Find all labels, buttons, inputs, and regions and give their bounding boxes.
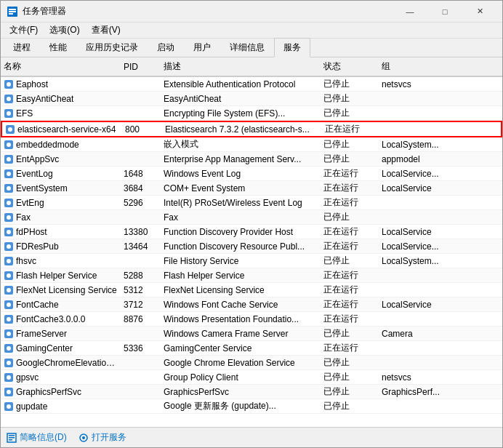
- table-row[interactable]: FontCache3.0.0.08876Windows Presentation…: [1, 312, 502, 327]
- row-desc: 嵌入模式: [161, 137, 321, 151]
- row-desc: Google Chrome Elevation Service: [161, 357, 321, 369]
- minimize-button[interactable]: —: [393, 1, 427, 23]
- row-desc: Function Discovery Resource Publ...: [161, 241, 321, 252]
- table-row[interactable]: EventLog1648Windows Event Log正在运行LocalSe…: [1, 167, 502, 181]
- col-header-status[interactable]: 状态: [321, 60, 379, 73]
- row-desc: EasyAntiCheat: [161, 93, 321, 105]
- row-group: GraphicsPerf...: [379, 386, 502, 398]
- table-row[interactable]: GraphicsPerfSvcGraphicsPerfSvc已停止Graphic…: [1, 385, 502, 399]
- col-header-desc[interactable]: 描述: [161, 60, 321, 73]
- close-button[interactable]: ✕: [463, 1, 496, 23]
- svg-point-37: [7, 317, 11, 321]
- svg-point-55: [82, 436, 85, 439]
- tab-processes[interactable]: 进程: [4, 38, 40, 57]
- summary-info-button[interactable]: 简略信息(D): [7, 431, 67, 444]
- row-desc: Windows Presentation Foundatio...: [161, 313, 321, 325]
- row-name-text: embeddedmode: [16, 140, 79, 150]
- row-name-text: GraphicsPerfSvc: [16, 387, 81, 397]
- row-status: 正在运行: [322, 122, 380, 136]
- row-name-cell: EventSystem: [1, 183, 121, 194]
- row-name-cell: EasyAntiCheat: [1, 93, 121, 105]
- service-row-icon: [4, 256, 14, 266]
- row-name-text: Flash Helper Service: [16, 271, 97, 281]
- app-icon: [7, 6, 18, 17]
- row-status: 正在运行: [321, 268, 379, 282]
- table-row[interactable]: gpsvcGroup Policy Client已停止netsvcs: [1, 370, 502, 385]
- row-status: 已停止: [321, 356, 379, 369]
- table-row[interactable]: FaxFax已停止: [1, 210, 502, 225]
- row-name-cell: FrameServer: [1, 328, 121, 340]
- table-row[interactable]: Flash Helper Service5288Flash Helper Ser…: [1, 268, 502, 283]
- row-status: 正在运行: [321, 181, 379, 195]
- row-status: 已停止: [321, 254, 379, 268]
- row-group: [379, 362, 502, 364]
- tab-performance[interactable]: 性能: [40, 38, 76, 57]
- row-group: appmodel: [379, 153, 502, 165]
- col-header-name[interactable]: 名称: [1, 60, 121, 73]
- row-name-text: Eaphost: [16, 79, 48, 89]
- tab-startup[interactable]: 启动: [148, 38, 184, 57]
- table-body[interactable]: EaphostExtensible Authentication Protoco…: [1, 77, 502, 427]
- maximize-button[interactable]: □: [428, 1, 462, 23]
- table-row[interactable]: EventSystem3684COM+ Event System正在运行Loca…: [1, 181, 502, 196]
- table-row[interactable]: EaphostExtensible Authentication Protoco…: [1, 77, 502, 92]
- table-row[interactable]: elasticsearch-service-x64800Elasticsearc…: [1, 121, 502, 137]
- svg-point-31: [7, 273, 11, 278]
- row-desc: File History Service: [161, 255, 321, 267]
- table-row[interactable]: GamingCenter5336GamingCenter Service正在运行: [1, 341, 502, 356]
- row-name-text: EventLog: [16, 169, 53, 179]
- row-name-cell: EventLog: [1, 168, 121, 180]
- row-name-cell: EvtEng: [1, 197, 121, 209]
- row-name-text: GamingCenter: [16, 343, 73, 353]
- menu-view[interactable]: 查看(V): [86, 23, 126, 38]
- row-pid: [121, 113, 161, 114]
- row-name-cell: FontCache3.0.0.0: [1, 313, 121, 325]
- open-services-button[interactable]: 打开服务: [79, 431, 126, 444]
- row-desc: Fax: [161, 212, 321, 223]
- table-row[interactable]: embeddedmode嵌入模式已停止LocalSystem...: [1, 137, 502, 152]
- table-row[interactable]: GoogleChromeElevation...Google Chrome El…: [1, 356, 502, 370]
- col-header-pid[interactable]: PID: [121, 62, 161, 72]
- row-name-text: gpsvc: [16, 372, 39, 383]
- table-row[interactable]: FlexNet Licensing Service5312FlexNet Lic…: [1, 283, 502, 297]
- row-pid: [121, 260, 161, 262]
- row-desc: COM+ Event System: [161, 183, 321, 194]
- table-row[interactable]: EntAppSvcEnterprise App Management Serv.…: [1, 152, 502, 167]
- row-group: LocalSystem...: [379, 139, 502, 151]
- row-group: [379, 319, 502, 320]
- task-manager-window: 任务管理器 — □ ✕ 文件(F) 选项(O) 查看(V) 进程 性能 应用历史…: [0, 0, 503, 448]
- service-row-icon: [4, 329, 14, 339]
- menu-options[interactable]: 选项(O): [44, 23, 85, 38]
- row-name-text: EasyAntiCheat: [16, 94, 73, 104]
- row-desc: Extensible Authentication Protocol: [161, 79, 321, 90]
- row-name-text: FlexNet Licensing Service: [16, 285, 117, 295]
- table-row[interactable]: FrameServerWindows Camera Frame Server已停…: [1, 327, 502, 341]
- row-group: LocalService...: [379, 168, 502, 180]
- svg-point-13: [7, 143, 11, 147]
- tab-app-history[interactable]: 应用历史记录: [76, 38, 148, 57]
- row-group: [379, 289, 502, 291]
- row-desc: Windows Camera Frame Server: [161, 328, 321, 340]
- table-row[interactable]: EvtEng5296Intel(R) PRoSet/Wireless Event…: [1, 196, 502, 210]
- tab-users[interactable]: 用户: [184, 38, 220, 57]
- row-name-text: EFS: [16, 108, 33, 119]
- tab-services[interactable]: 服务: [274, 38, 310, 57]
- table-row[interactable]: fdPHost13380Function Discovery Provider …: [1, 225, 502, 239]
- service-row-icon: [4, 94, 14, 104]
- table-row[interactable]: gupdateGoogle 更新服务 (gupdate)...已停止: [1, 399, 502, 414]
- tab-details[interactable]: 详细信息: [220, 38, 274, 57]
- row-name-text: GoogleChromeElevation...: [16, 358, 118, 368]
- menu-bar: 文件(F) 选项(O) 查看(V): [1, 23, 502, 39]
- table-row[interactable]: EFSEncrypting File System (EFS)...已停止: [1, 106, 502, 121]
- table-row[interactable]: FDResPub13464Function Discovery Resource…: [1, 239, 502, 254]
- summary-icon: [7, 433, 17, 443]
- menu-file[interactable]: 文件(F): [4, 23, 44, 38]
- row-pid: 5336: [121, 343, 161, 354]
- row-name-text: EntAppSvc: [16, 154, 59, 164]
- table-row[interactable]: FontCache3712Windows Font Cache Service正…: [1, 297, 502, 312]
- table-row[interactable]: fhsvcFile History Service已停止LocalSystem.…: [1, 254, 502, 268]
- table-row[interactable]: EasyAntiCheatEasyAntiCheat已停止: [1, 92, 502, 106]
- service-row-icon: [4, 343, 14, 353]
- col-header-group[interactable]: 组: [379, 60, 491, 73]
- row-desc: GraphicsPerfSvc: [161, 386, 321, 398]
